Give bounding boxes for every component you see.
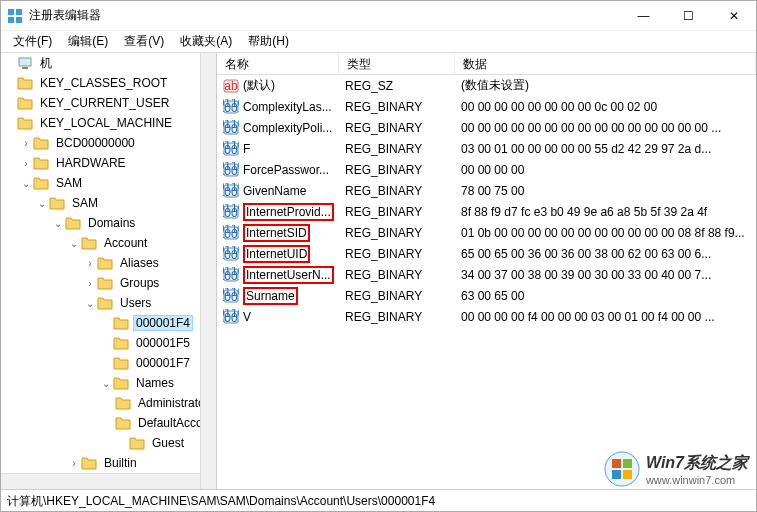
expander-icon[interactable]: ⌄ bbox=[83, 298, 97, 309]
content-area: 机KEY_CLASSES_ROOTKEY_CURRENT_USERKEY_LOC… bbox=[1, 53, 756, 489]
value-row[interactable]: 01101001SurnameREG_BINARY63 00 65 00 bbox=[217, 285, 756, 306]
tree-node[interactable]: ›Groups bbox=[1, 273, 200, 293]
svg-rect-5 bbox=[22, 67, 28, 69]
folder-icon bbox=[97, 256, 113, 270]
svg-text:1001: 1001 bbox=[223, 143, 239, 157]
minimize-button[interactable]: — bbox=[621, 1, 666, 31]
tree-node-label: Administrator bbox=[135, 395, 200, 411]
tree-root[interactable]: 机 bbox=[1, 53, 200, 73]
tree-scrollbar-vertical[interactable] bbox=[200, 53, 216, 489]
svg-text:1001: 1001 bbox=[223, 164, 239, 178]
tree-node[interactable]: ⌄Users bbox=[1, 293, 200, 313]
tree-node-label: SAM bbox=[53, 175, 85, 191]
tree-node[interactable]: 000001F4 bbox=[1, 313, 200, 333]
tree-node[interactable]: DefaultAccount bbox=[1, 413, 200, 433]
expander-icon[interactable]: › bbox=[67, 458, 81, 469]
menu-file[interactable]: 文件(F) bbox=[5, 31, 60, 52]
tree-node[interactable]: ›Builtin bbox=[1, 453, 200, 473]
tree-node[interactable]: Administrator bbox=[1, 393, 200, 413]
value-name-cell: 01101001ForcePasswor... bbox=[217, 162, 339, 178]
value-row[interactable]: 01101001ComplexityLas...REG_BINARY00 00 … bbox=[217, 96, 756, 117]
value-name-cell: 01101001GivenName bbox=[217, 183, 339, 199]
expander-icon[interactable]: › bbox=[19, 158, 33, 169]
folder-icon bbox=[115, 416, 131, 430]
menu-edit[interactable]: 编辑(E) bbox=[60, 31, 116, 52]
value-type: REG_BINARY bbox=[339, 142, 455, 156]
value-name-cell: 01101001InternetUID bbox=[217, 245, 339, 263]
tree-node-label: DefaultAccount bbox=[135, 415, 200, 431]
tree-node[interactable]: 000001F5 bbox=[1, 333, 200, 353]
expander-icon[interactable]: ⌄ bbox=[35, 198, 49, 209]
folder-icon bbox=[49, 196, 65, 210]
value-row[interactable]: 01101001FREG_BINARY03 00 01 00 00 00 00 … bbox=[217, 138, 756, 159]
tree-node[interactable]: ⌄SAM bbox=[1, 173, 200, 193]
expander-icon[interactable]: › bbox=[83, 258, 97, 269]
tree-node-label: HARDWARE bbox=[53, 155, 129, 171]
column-type[interactable]: 类型 bbox=[339, 53, 455, 74]
value-name-cell: 01101001ComplexityLas... bbox=[217, 99, 339, 115]
value-row[interactable]: ab(默认)REG_SZ(数值未设置) bbox=[217, 75, 756, 96]
tree-node[interactable]: ›BCD00000000 bbox=[1, 133, 200, 153]
value-data: 00 00 00 00 f4 00 00 00 03 00 01 00 f4 0… bbox=[455, 310, 756, 324]
folder-icon bbox=[17, 116, 33, 130]
value-data: 65 00 65 00 36 00 36 00 38 00 62 00 63 0… bbox=[455, 247, 756, 261]
tree-node-label: Account bbox=[101, 235, 150, 251]
value-row[interactable]: 01101001InternetSIDREG_BINARY01 0b 00 00… bbox=[217, 222, 756, 243]
value-row[interactable]: 01101001ForcePasswor...REG_BINARY00 00 0… bbox=[217, 159, 756, 180]
value-name: F bbox=[243, 142, 250, 156]
menu-help[interactable]: 帮助(H) bbox=[240, 31, 297, 52]
tree-node[interactable]: KEY_LOCAL_MACHINE bbox=[1, 113, 200, 133]
value-row[interactable]: 01101001GivenNameREG_BINARY78 00 75 00 bbox=[217, 180, 756, 201]
menu-favorites[interactable]: 收藏夹(A) bbox=[172, 31, 240, 52]
tree-node-label: 000001F7 bbox=[133, 355, 193, 371]
expander-icon[interactable]: ⌄ bbox=[67, 238, 81, 249]
value-name-cell: 01101001Surname bbox=[217, 287, 339, 305]
folder-icon bbox=[113, 316, 129, 330]
expander-icon[interactable]: › bbox=[19, 138, 33, 149]
folder-icon bbox=[97, 296, 113, 310]
value-row[interactable]: 01101001InternetUIDREG_BINARY65 00 65 00… bbox=[217, 243, 756, 264]
folder-icon bbox=[81, 456, 97, 470]
tree-node-label: Names bbox=[133, 375, 177, 391]
list-pane: 名称 类型 数据 ab(默认)REG_SZ(数值未设置)01101001Comp… bbox=[217, 53, 756, 489]
expander-icon[interactable]: › bbox=[83, 278, 97, 289]
expander-icon[interactable]: ⌄ bbox=[19, 178, 33, 189]
value-data: 78 00 75 00 bbox=[455, 184, 756, 198]
svg-text:1001: 1001 bbox=[223, 290, 239, 304]
tree-node[interactable]: KEY_CURRENT_USER bbox=[1, 93, 200, 113]
tree-node[interactable]: ⌄Account bbox=[1, 233, 200, 253]
value-row[interactable]: 01101001InternetUserN...REG_BINARY34 00 … bbox=[217, 264, 756, 285]
computer-icon bbox=[17, 56, 33, 70]
value-row[interactable]: 01101001ComplexityPoli...REG_BINARY00 00… bbox=[217, 117, 756, 138]
value-type: REG_BINARY bbox=[339, 247, 455, 261]
binary-value-icon: 01101001 bbox=[223, 204, 239, 220]
tree-node[interactable]: Guest bbox=[1, 433, 200, 453]
tree-node[interactable]: 000001F7 bbox=[1, 353, 200, 373]
svg-text:1001: 1001 bbox=[223, 227, 239, 241]
tree-node[interactable]: ›Aliases bbox=[1, 253, 200, 273]
tree-node[interactable]: ›HARDWARE bbox=[1, 153, 200, 173]
column-name[interactable]: 名称 bbox=[217, 53, 339, 74]
tree-node[interactable]: ⌄SAM bbox=[1, 193, 200, 213]
value-name: InternetUserN... bbox=[243, 266, 334, 284]
value-data: 00 00 00 00 00 00 00 00 0c 00 02 00 bbox=[455, 100, 756, 114]
tree-scrollbar-horizontal[interactable] bbox=[1, 473, 200, 489]
tree-node[interactable]: ⌄Domains bbox=[1, 213, 200, 233]
maximize-button[interactable]: ☐ bbox=[666, 1, 711, 31]
menu-view[interactable]: 查看(V) bbox=[116, 31, 172, 52]
column-data[interactable]: 数据 bbox=[455, 53, 756, 74]
close-button[interactable]: ✕ bbox=[711, 1, 756, 31]
folder-icon bbox=[33, 176, 49, 190]
tree-node-label: Domains bbox=[85, 215, 138, 231]
folder-icon bbox=[113, 356, 129, 370]
tree-node[interactable]: ⌄Names bbox=[1, 373, 200, 393]
expander-icon[interactable]: ⌄ bbox=[99, 378, 113, 389]
tree-node-label: BCD00000000 bbox=[53, 135, 138, 151]
expander-icon[interactable]: ⌄ bbox=[51, 218, 65, 229]
value-row[interactable]: 01101001VREG_BINARY00 00 00 00 f4 00 00 … bbox=[217, 306, 756, 327]
binary-value-icon: 01101001 bbox=[223, 267, 239, 283]
value-row[interactable]: 01101001InternetProvid...REG_BINARY8f 88… bbox=[217, 201, 756, 222]
tree-node-label: Aliases bbox=[117, 255, 162, 271]
svg-rect-4 bbox=[19, 58, 31, 66]
tree-node[interactable]: KEY_CLASSES_ROOT bbox=[1, 73, 200, 93]
